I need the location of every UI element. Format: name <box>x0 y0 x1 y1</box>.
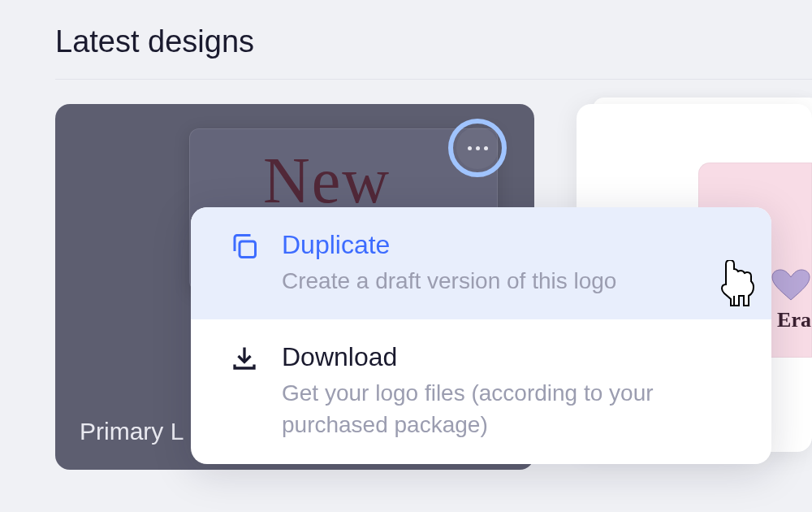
more-options-wrap <box>448 119 507 177</box>
menu-item-text: Duplicate Create a draft version of this… <box>282 230 739 297</box>
svg-rect-0 <box>240 241 256 258</box>
menu-item-text: Download Get your logo files (according … <box>282 342 739 440</box>
menu-item-duplicate[interactable]: Duplicate Create a draft version of this… <box>191 207 771 319</box>
menu-item-title: Duplicate <box>282 230 739 260</box>
menu-item-description: Get your logo files (according to your p… <box>282 377 739 440</box>
menu-item-description: Create a draft version of this logo <box>282 265 739 297</box>
pointer-cursor-icon <box>721 260 762 307</box>
download-icon <box>230 344 259 373</box>
focus-ring <box>448 119 507 177</box>
ellipsis-icon <box>476 146 480 150</box>
menu-item-download[interactable]: Download Get your logo files (according … <box>191 319 771 463</box>
duplicate-icon <box>230 232 259 261</box>
more-options-button[interactable] <box>456 127 499 169</box>
ellipsis-icon <box>468 146 472 150</box>
ellipsis-icon <box>484 146 488 150</box>
context-menu: Duplicate Create a draft version of this… <box>191 207 771 464</box>
heart-icon <box>771 269 811 302</box>
design-card-label: Primary L <box>80 418 184 445</box>
preview-logo-text: Era <box>777 308 811 332</box>
dropdown-arrow <box>479 207 502 209</box>
menu-item-title: Download <box>282 342 739 372</box>
section-title: Latest designs <box>0 0 812 79</box>
